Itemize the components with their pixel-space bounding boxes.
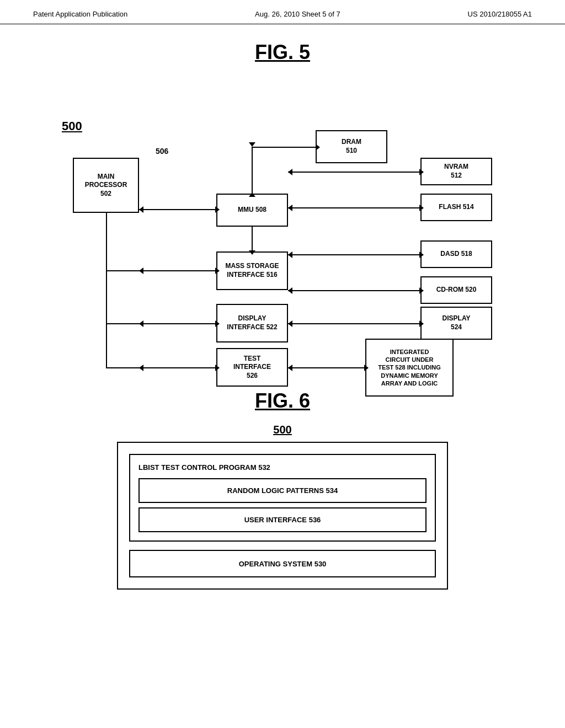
arrow-right-display-iface	[215, 320, 220, 327]
fig5-label-500: 500	[62, 119, 82, 133]
user-interface-label: USER INTERFACE 536	[244, 516, 321, 524]
mass-cdrom-h	[288, 290, 422, 291]
mp-vertical-line	[106, 213, 107, 368]
mmu-to-dram-h	[252, 147, 317, 148]
arrow-left-display	[288, 320, 292, 327]
random-logic-label: RANDOM LOGIC PATTERNS 534	[227, 486, 338, 495]
operating-system-label: OPERATING SYSTEM 530	[239, 560, 327, 568]
mmu-label: MMU 508	[238, 206, 266, 215]
arrow-down-mass	[249, 250, 255, 255]
mp-display-h	[139, 323, 216, 324]
dram-box: DRAM510	[316, 130, 387, 163]
header-center: Aug. 26, 2010 Sheet 5 of 7	[255, 10, 340, 18]
icut-box: INTEGRATEDCIRCUIT UNDERTEST 528 INCLUDIN…	[365, 339, 454, 397]
test-icut-h	[288, 367, 366, 368]
fig6-outer-box: LBIST TEST CONTROL PROGRAM 532 RANDOM LO…	[117, 442, 448, 590]
mmu-nvram-h	[288, 172, 422, 173]
arrow-up-mmu-dram	[249, 192, 255, 197]
arrow-right-mass	[215, 267, 220, 274]
display-interface-box: DISPLAYINTERFACE 522	[216, 304, 288, 342]
mp-mass-connector	[106, 270, 139, 271]
mass-storage-box: MASS STORAGEINTERFACE 516	[216, 251, 288, 290]
cdrom-box: CD-ROM 520	[420, 276, 492, 304]
disp-iface-display-h	[288, 323, 422, 324]
arrow-left-mass	[139, 267, 143, 274]
flash-label: FLASH 514	[439, 203, 473, 212]
dasd-label: DASD 518	[440, 250, 472, 259]
fig6-label-500: 500	[33, 424, 532, 436]
test-interface-box: TESTINTERFACE526	[216, 348, 288, 387]
lbist-label: LBIST TEST CONTROL PROGRAM 532	[138, 463, 427, 472]
mp-display-connector	[106, 323, 139, 324]
nvram-box: NVRAM512	[420, 158, 492, 185]
display-label: DISPLAY524	[443, 314, 471, 331]
header-right: US 2010/218055 A1	[468, 10, 532, 18]
test-interface-label: TESTINTERFACE526	[233, 355, 271, 381]
icut-label: INTEGRATEDCIRCUIT UNDERTEST 528 INCLUDIN…	[378, 348, 441, 387]
display-interface-label: DISPLAYINTERFACE 522	[227, 314, 277, 331]
random-logic-box: RANDOM LOGIC PATTERNS 534	[138, 478, 427, 503]
arrow-left-cdrom	[288, 287, 292, 294]
arrow-right-cdrom	[419, 287, 424, 294]
header-left: Patent Application Publication	[33, 10, 127, 18]
arrow-left-display-iface	[139, 320, 143, 327]
dasd-box: DASD 518	[420, 240, 492, 268]
arrow-left-dasd	[288, 251, 292, 258]
arrow-right-dasd	[419, 251, 424, 258]
display-box: DISPLAY524	[420, 307, 492, 340]
arrow-down-dram	[249, 142, 255, 147]
arrow-right-test	[215, 365, 220, 371]
mp-mass-h	[139, 270, 216, 271]
user-interface-box: USER INTERFACE 536	[138, 507, 427, 532]
mmu-box: MMU 508	[216, 194, 288, 227]
arrow-right-flash	[419, 205, 424, 211]
mp-test-connector	[106, 367, 139, 368]
mmu-to-dram-v	[252, 147, 253, 194]
nvram-label: NVRAM512	[444, 163, 468, 180]
arrow-left-icut	[288, 365, 292, 371]
operating-system-box: OPERATING SYSTEM 530	[129, 550, 436, 577]
mp-to-mmu-line	[139, 209, 216, 210]
arrow-right-icut	[364, 365, 369, 371]
mmu-to-mass-v	[252, 227, 253, 253]
arrow-right-display	[419, 320, 424, 327]
dram-label: DRAM510	[342, 138, 361, 155]
mmu-flash-h	[288, 207, 422, 208]
arrow-left-flash	[288, 205, 292, 211]
main-processor-box: MAINPROCESSOR502	[73, 158, 139, 213]
main-processor-label: MAINPROCESSOR502	[85, 173, 127, 199]
fig6-title: FIG. 6	[33, 389, 532, 413]
arrow-right-dram	[316, 144, 320, 151]
arrow-left-mp	[139, 206, 143, 213]
mass-storage-label: MASS STORAGEINTERFACE 516	[225, 262, 279, 279]
fig5-title: FIG. 5	[33, 41, 532, 64]
fig6-lbist-container: LBIST TEST CONTROL PROGRAM 532 RANDOM LO…	[129, 454, 436, 542]
flash-box: FLASH 514	[420, 194, 492, 221]
cdrom-label: CD-ROM 520	[436, 286, 477, 295]
arrow-right-mmu	[215, 206, 220, 213]
fig5-label-506: 506	[156, 147, 168, 156]
mp-test-h	[139, 367, 216, 368]
page-header: Patent Application Publication Aug. 26, …	[0, 0, 565, 24]
arrow-left-nvram	[288, 169, 292, 175]
arrow-right-nvram	[419, 169, 424, 175]
arrow-left-test	[139, 365, 143, 371]
mass-dasd-h	[288, 254, 422, 255]
